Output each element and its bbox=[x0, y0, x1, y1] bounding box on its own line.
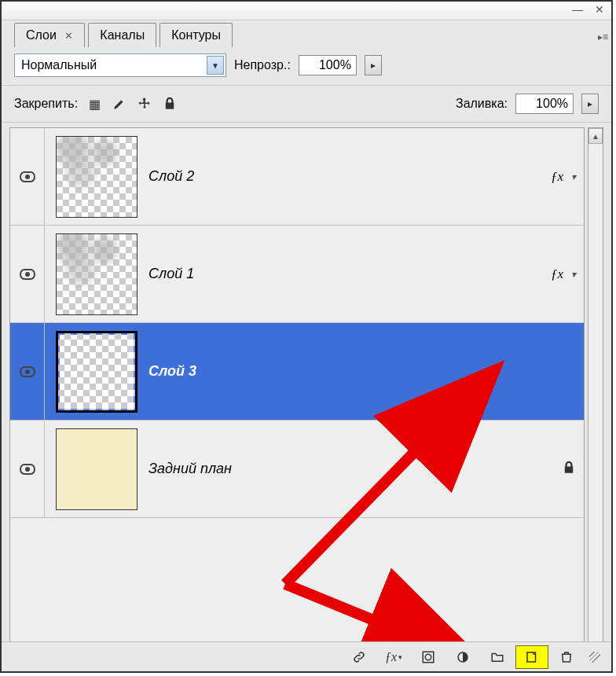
lock-pixels-icon[interactable] bbox=[111, 95, 128, 112]
close-icon[interactable]: ✕ bbox=[64, 30, 73, 42]
layers-area: Слой 2 ƒx ▾ Слой 1 ƒx ▾ Слой 3 bbox=[2, 124, 611, 671]
new-group-button[interactable] bbox=[481, 645, 514, 669]
layer-extras: ƒx ▾ bbox=[551, 226, 576, 322]
scrollbar[interactable]: ▲ ▼ bbox=[588, 127, 603, 668]
svg-point-4 bbox=[425, 654, 431, 660]
close-button[interactable]: ✕ bbox=[591, 4, 608, 18]
layer-thumbnail[interactable] bbox=[56, 136, 138, 218]
layer-mask-button[interactable] bbox=[412, 645, 445, 669]
new-page-icon bbox=[525, 650, 539, 664]
tab-channels[interactable]: Каналы bbox=[88, 23, 156, 47]
tab-label: Каналы bbox=[100, 28, 145, 42]
separator bbox=[2, 85, 611, 86]
fx-badge[interactable]: ƒx bbox=[551, 266, 563, 282]
lock-transparency-icon[interactable]: ▦ bbox=[86, 95, 103, 112]
blend-mode-value: Нормальный bbox=[21, 58, 97, 72]
fx-badge[interactable]: ƒx bbox=[551, 169, 563, 185]
eye-icon bbox=[20, 171, 35, 182]
new-layer-button[interactable] bbox=[515, 645, 548, 669]
layer-thumbnail[interactable] bbox=[56, 428, 138, 510]
layer-row[interactable]: Слой 1 ƒx ▾ bbox=[10, 226, 584, 323]
link-layers-button[interactable] bbox=[343, 645, 376, 669]
tab-layers[interactable]: Слои ✕ bbox=[14, 23, 85, 47]
blend-opacity-row: Нормальный ▼ Непрозр.: 100% ▸ bbox=[2, 47, 611, 83]
lock-icons-group: ▦ bbox=[86, 95, 178, 112]
opacity-input[interactable]: 100% bbox=[299, 55, 357, 75]
layer-name[interactable]: Слой 1 bbox=[148, 266, 584, 282]
move-icon bbox=[138, 97, 152, 111]
tab-label: Слои bbox=[26, 28, 57, 42]
layer-row[interactable]: Слой 2 ƒx ▾ bbox=[10, 128, 584, 226]
layer-style-button[interactable]: ƒx▾ bbox=[377, 645, 410, 669]
separator bbox=[2, 122, 611, 123]
chevron-down-icon[interactable]: ▼ bbox=[207, 56, 224, 75]
tab-paths[interactable]: Контуры bbox=[160, 23, 233, 47]
eye-icon bbox=[20, 464, 35, 475]
eye-icon bbox=[20, 366, 35, 377]
lock-icon bbox=[163, 97, 177, 111]
mask-icon bbox=[421, 650, 435, 664]
layers-list: Слой 2 ƒx ▾ Слой 1 ƒx ▾ Слой 3 bbox=[9, 127, 585, 668]
panel-tabs: Слои ✕ Каналы Контуры ▸≡ bbox=[2, 20, 611, 47]
fill-label: Заливка: bbox=[456, 97, 508, 111]
layer-thumbnail[interactable] bbox=[56, 331, 138, 413]
minimize-button[interactable]: — bbox=[569, 4, 586, 18]
panel-menu-icon[interactable]: ▸≡ bbox=[598, 31, 608, 42]
visibility-toggle[interactable] bbox=[10, 226, 45, 322]
trash-icon bbox=[559, 650, 574, 664]
opacity-label: Непрозр.: bbox=[234, 58, 291, 72]
resize-grip-icon[interactable] bbox=[589, 652, 600, 663]
lock-fill-row: Закрепить: ▦ Заливка: 100% ▸ bbox=[2, 87, 611, 120]
layer-name[interactable]: Слой 2 bbox=[148, 168, 584, 185]
eye-icon bbox=[20, 269, 35, 280]
fill-input[interactable]: 100% bbox=[515, 94, 574, 114]
opacity-slider-button[interactable]: ▸ bbox=[365, 55, 382, 75]
fill-slider-button[interactable]: ▸ bbox=[581, 94, 599, 114]
chevron-down-icon[interactable]: ▾ bbox=[571, 171, 576, 182]
visibility-toggle[interactable] bbox=[10, 421, 45, 517]
visibility-toggle[interactable] bbox=[10, 128, 45, 225]
layer-name[interactable]: Слой 3 bbox=[148, 363, 584, 380]
lock-label: Закрепить: bbox=[14, 97, 78, 111]
lock-icon bbox=[562, 461, 576, 478]
layer-extras: ƒx ▾ bbox=[551, 128, 576, 225]
delete-layer-button[interactable] bbox=[550, 645, 583, 669]
blend-mode-select[interactable]: Нормальный ▼ bbox=[14, 53, 226, 77]
tab-label: Контуры bbox=[171, 28, 221, 42]
half-circle-icon bbox=[456, 650, 470, 664]
adjustment-layer-button[interactable] bbox=[446, 645, 479, 669]
layers-toolbar: ƒx▾ bbox=[2, 641, 611, 671]
link-icon bbox=[352, 650, 366, 664]
layer-thumbnail[interactable] bbox=[56, 233, 138, 315]
svg-rect-3 bbox=[423, 652, 434, 663]
folder-icon bbox=[490, 650, 504, 664]
brush-icon bbox=[112, 97, 126, 111]
lock-position-icon[interactable] bbox=[136, 95, 153, 112]
scroll-up-icon[interactable]: ▲ bbox=[588, 128, 603, 144]
fx-icon: ƒx bbox=[385, 650, 397, 664]
layer-row[interactable]: Задний план bbox=[10, 421, 584, 518]
lock-all-icon[interactable] bbox=[161, 95, 178, 112]
layer-name[interactable]: Задний план bbox=[148, 461, 584, 477]
visibility-toggle[interactable] bbox=[10, 323, 45, 420]
titlebar: — ✕ bbox=[2, 2, 611, 20]
layer-row-selected[interactable]: Слой 3 bbox=[10, 323, 584, 421]
layers-panel-window: — ✕ Слои ✕ Каналы Контуры ▸≡ Нормальный … bbox=[0, 0, 613, 673]
layer-extras bbox=[562, 421, 576, 517]
chevron-down-icon[interactable]: ▾ bbox=[571, 269, 576, 280]
